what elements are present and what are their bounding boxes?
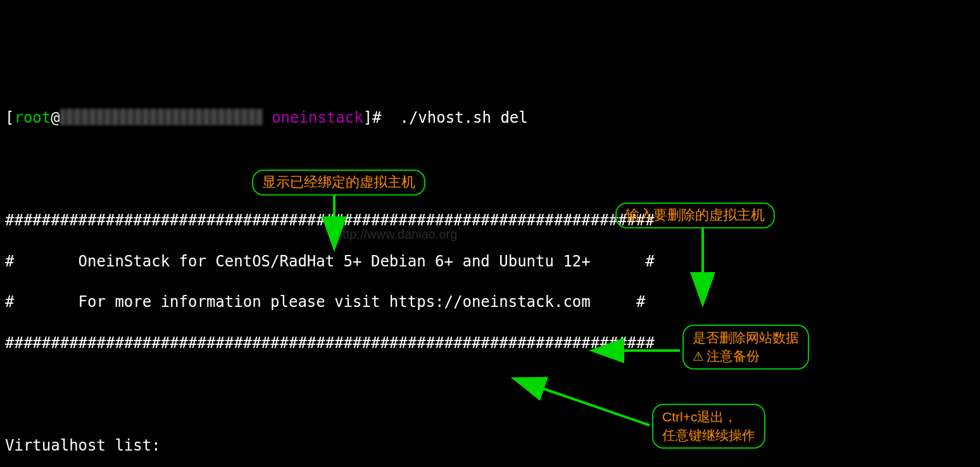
banner-line3: # For more information please visit http… xyxy=(5,292,975,312)
bracket-open: [ xyxy=(5,109,14,127)
annotation-input-domain: 输入要删除的虚拟主机 xyxy=(615,202,775,228)
vhost-label: Virtualhost list: xyxy=(5,435,975,456)
at: @ xyxy=(51,109,60,127)
user: root xyxy=(14,109,51,127)
watermark-text: http://www.daniao.org xyxy=(336,226,457,243)
hostname-censored xyxy=(60,109,263,125)
banner-hash-top: ########################################… xyxy=(5,210,975,230)
banner-hash-bottom: ########################################… xyxy=(5,333,975,353)
annotation-ctrlc: Ctrl+c退出，任意键继续操作 xyxy=(652,404,765,449)
command-text[interactable]: ./vhost.sh del xyxy=(391,109,528,127)
warning-icon: ⚠ xyxy=(693,349,704,363)
blank-2 xyxy=(5,374,975,394)
bracket-close: ]# xyxy=(363,109,391,127)
cwd: oneinstack xyxy=(272,109,363,127)
annotation-arrows xyxy=(0,0,980,467)
annotation-vhost-list: 显示已经绑定的虚拟主机 xyxy=(252,170,425,196)
annotation-delete-data: 是否删除网站数据⚠注意备份 xyxy=(682,325,809,370)
prompt-line: [root@ oneinstack]# ./vhost.sh del xyxy=(5,108,975,128)
blank-1 xyxy=(5,149,975,169)
banner-line2: # OneinStack for CentOS/RadHat 5+ Debian… xyxy=(5,251,975,271)
